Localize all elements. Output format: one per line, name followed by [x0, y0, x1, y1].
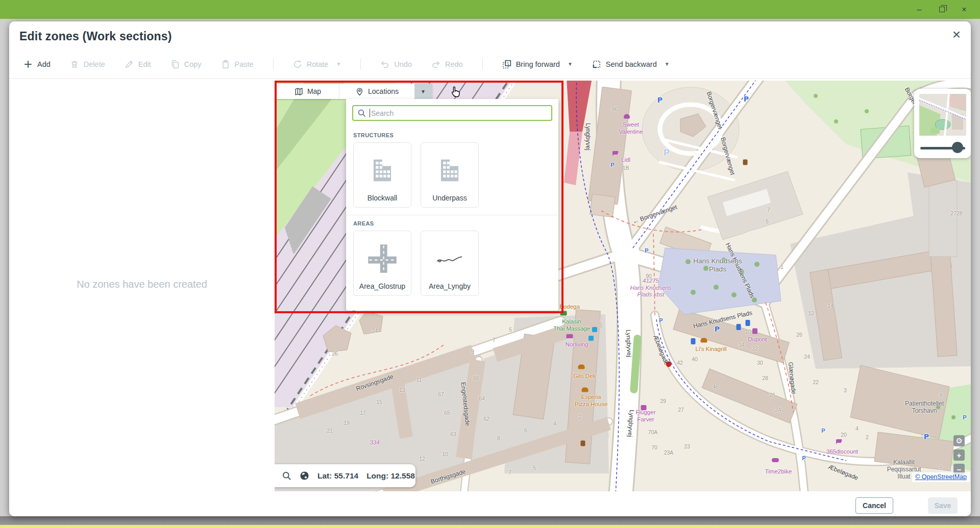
building-icon — [433, 154, 466, 187]
window-titlebar: – × — [0, 0, 980, 19]
card-row: BlockwallUnderpass — [346, 142, 558, 215]
send-backward-button[interactable]: Send backward▼ — [592, 60, 670, 69]
toolbar-button-label: Add — [37, 60, 51, 68]
map-icon — [295, 87, 303, 96]
search-placeholder: Search — [371, 109, 394, 117]
rotate-button: Rotate▼ — [293, 60, 341, 69]
copy-button: Copy — [170, 60, 202, 69]
card-row: Area_GlostrupArea_Lyngby — [346, 231, 558, 303]
osm-attribution-link[interactable]: © OpenStreetMap — [915, 473, 967, 481]
window-close-button[interactable]: × — [960, 5, 969, 14]
copy-icon — [170, 60, 180, 69]
toolbar-button-label: Delete — [84, 60, 105, 68]
bring-forward-button[interactable]: Bring forward▼ — [502, 60, 573, 69]
edit-zones-dialog: Edit zones (Work sections) × AddDeleteEd… — [9, 21, 971, 516]
chevron-down-icon[interactable]: ▼ — [336, 61, 341, 67]
add-button[interactable]: Add — [23, 60, 51, 69]
delete-button: Delete — [70, 60, 105, 69]
taskbar-strip — [0, 525, 980, 528]
pin-icon — [355, 87, 364, 96]
chevron-down-icon[interactable]: ▼ — [665, 61, 670, 67]
toolbar: AddDeleteEditCopyPasteRotate▼UndoRedoBri… — [9, 50, 971, 79]
dialog-close-button[interactable]: × — [952, 28, 961, 42]
location-card-blockwall[interactable]: Blockwall — [353, 142, 411, 208]
toolbar-button-label: Redo — [445, 60, 463, 68]
window-restore-button[interactable] — [937, 5, 946, 14]
chevron-down-icon[interactable]: ▼ — [568, 61, 573, 67]
card-label: Blockwall — [368, 194, 397, 202]
paste-icon — [221, 60, 230, 69]
overview-map-panel — [914, 89, 971, 158]
map-tabbar: Map Locations ▼ — [277, 84, 432, 99]
desktop-background — [0, 516, 980, 525]
latitude-value: Lat: 55.714 — [317, 471, 358, 481]
edit-button: Edit — [125, 60, 151, 69]
section-title: AREAS — [346, 215, 558, 231]
location-card-underpass[interactable]: Underpass — [421, 142, 479, 208]
bring-forward-icon — [502, 60, 511, 69]
route-icon — [433, 242, 466, 275]
dialog-title: Edit zones (Work sections) — [19, 30, 172, 43]
zoom-slider-knob[interactable] — [952, 142, 963, 153]
undo-icon — [380, 60, 389, 69]
undo-button: Undo — [380, 60, 412, 69]
tab-map-label: Map — [307, 87, 321, 95]
overview-map[interactable] — [919, 94, 966, 136]
card-label: Area_Glostrup — [359, 282, 405, 290]
redo-icon — [431, 60, 440, 69]
toolbar-button-label: Undo — [394, 60, 412, 68]
toolbar-button-label: Copy — [184, 60, 202, 68]
globe-icon[interactable] — [300, 471, 309, 481]
geolocate-button[interactable] — [953, 435, 965, 446]
geolocate-icon — [957, 438, 962, 443]
cancel-button[interactable]: Cancel — [855, 497, 893, 514]
search-input[interactable]: Search — [352, 105, 552, 121]
section-title: STRUCTURES — [346, 127, 558, 142]
save-button[interactable]: Save — [928, 497, 958, 514]
send-backward-icon — [592, 60, 601, 69]
locations-sections: STRUCTURESBlockwallUnderpassAREASArea_Gl… — [346, 127, 558, 303]
search-icon — [357, 109, 366, 117]
building-icon — [366, 154, 399, 187]
map-attribution: © OpenStreetMap — [912, 472, 970, 482]
window-minimize-button[interactable]: – — [915, 5, 924, 14]
toolbar-separator — [360, 59, 361, 70]
coordinate-bar: Lat: 55.714 Long: 12.558 — [275, 464, 415, 487]
zoom-in-button[interactable]: + — [953, 449, 965, 461]
toolbar-button-label: Send backward — [606, 60, 657, 68]
dialog-footer: Cancel Save — [9, 491, 971, 516]
toolbar-button-label: Edit — [138, 60, 151, 68]
toolbar-button-label: Paste — [235, 60, 254, 68]
restore-icon — [939, 7, 945, 12]
longitude-value: Long: 12.558 — [366, 471, 415, 481]
map-viewport[interactable]: LyngbyvejLyngbyvejLyngbyvejBorgervængetB… — [275, 81, 971, 491]
location-card-area_glostrup[interactable]: Area_Glostrup — [353, 231, 411, 296]
text-caret — [370, 109, 370, 117]
locations-dropdown-panel: Search STRUCTURESBlockwallUnderpassAREAS… — [346, 99, 558, 311]
trash-icon — [70, 60, 79, 69]
pencil-icon — [125, 60, 134, 69]
plus-icon — [23, 60, 33, 69]
tab-locations[interactable]: Locations — [339, 84, 414, 99]
tab-map[interactable]: Map — [277, 84, 339, 99]
redo-button: Redo — [431, 60, 463, 69]
zones-list-panel: No zones have been created — [9, 81, 275, 491]
toolbar-separator — [482, 59, 483, 70]
toolbar-button-label: Rotate — [307, 60, 329, 68]
card-label: Underpass — [432, 194, 467, 202]
crossroads-icon — [366, 242, 399, 275]
rotate-icon — [293, 60, 302, 69]
toolbar-separator — [273, 59, 274, 70]
toolbar-button-label: Bring forward — [516, 60, 560, 68]
search-icon[interactable] — [282, 471, 291, 481]
card-label: Area_Lyngby — [429, 282, 471, 290]
zones-empty-message: No zones have been created — [9, 279, 275, 290]
locations-dropdown-toggle[interactable]: ▼ — [414, 84, 432, 99]
tab-locations-label: Locations — [368, 87, 399, 95]
paste-button: Paste — [221, 60, 254, 69]
location-card-area_lyngby[interactable]: Area_Lyngby — [421, 231, 479, 296]
